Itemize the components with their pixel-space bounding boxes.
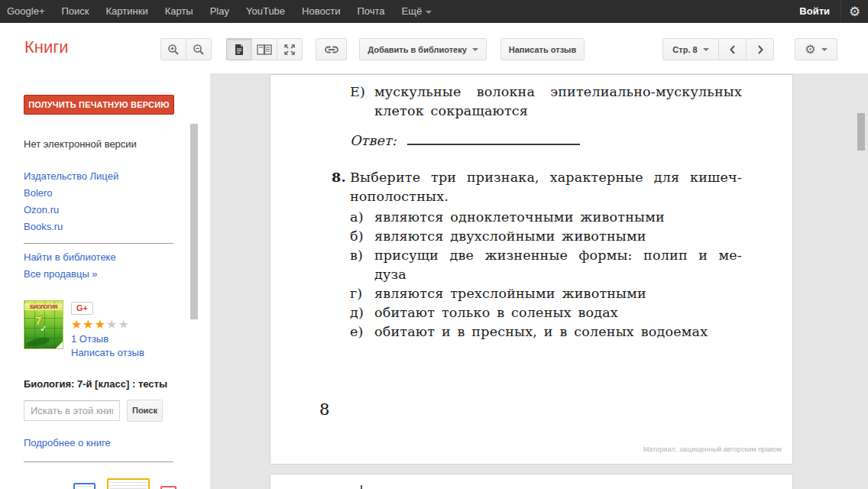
search-in-book-button[interactable]: Поиск [127,400,163,422]
cover-subtitle: ТЕСТЫ [27,310,61,314]
next-page-button[interactable] [746,38,774,60]
option-marker: в) [350,246,374,284]
top-nav: Google+ Поиск Картинки Карты Play YouTub… [0,0,440,23]
gear-icon: ⚙ [849,5,860,18]
cover-page-fold [56,342,63,348]
option-marker: б) [350,227,374,246]
seller-links: Издательство Лицей Bolero Ozon.ru Books.… [24,169,210,234]
single-page-view-button[interactable] [226,38,252,60]
option-line: являются двухслойными животными [374,227,742,246]
star-icon: ★ [118,318,129,331]
about-book-link[interactable]: Подробнее о книге [24,437,210,449]
option-line: дуза [374,265,742,284]
option-marker: Е) [350,83,374,121]
review-count-link[interactable]: 1 Отзыв [71,333,144,345]
viewer-settings-dropdown[interactable]: ⚙ [795,38,837,60]
find-in-library-link[interactable]: Найти в библиотеке [24,251,210,264]
question-line: Выберите три признака, характерные для к… [350,168,742,187]
nav-more-menu[interactable]: Ещё [394,0,441,23]
viewer-scrollbar[interactable] [857,113,865,151]
add-to-library-button[interactable]: Добавить в библиотеку [359,38,487,60]
nav-search[interactable]: Поиск [53,0,98,23]
two-page-view-button[interactable] [251,38,277,60]
chevron-down-icon [821,48,828,51]
option-marker: г) [350,284,374,303]
nav-youtube[interactable]: YouTube [238,0,293,23]
option-marker: д) [350,303,374,322]
no-ebook-label: Нет электронной версии [24,138,210,150]
desktop-monitor-icon [107,478,150,489]
answer-option-b: б) являются двухслойными животными [350,227,742,246]
seller-link-books-ru[interactable]: Books.ru [24,219,210,234]
sidebar-divider [24,243,173,244]
sidebar-scrollbar[interactable] [190,124,198,319]
nav-mail[interactable]: Почта [348,0,393,23]
google-plus-badge[interactable]: G+ [71,302,93,315]
cover-title: БИОЛОГИЯ [24,303,63,310]
chevron-left-icon [728,44,737,55]
next-page-text-fragment [361,485,362,489]
page-select-dropdown[interactable]: Стр. 8 [662,38,719,60]
books-logo[interactable]: Книги [24,37,69,57]
all-sellers-link[interactable]: Все продавцы » [24,268,210,280]
seller-link-bolero[interactable]: Bolero [24,186,210,200]
book-info-sidebar: ПОЛУЧИТЬ ПЕЧАТНУЮ ВЕРСИЮ Нет электронной… [0,73,210,489]
option-line: являются одноклеточными животными [374,208,742,227]
page-select-label: Стр. 8 [672,45,697,54]
seller-link-ozon[interactable]: Ozon.ru [24,202,210,217]
nav-news[interactable]: Новости [293,0,348,23]
gear-icon: ⚙ [805,42,815,57]
nav-play[interactable]: Play [202,0,238,23]
answer-option-v: в) присущи две жизненные формы: полип и … [350,246,742,284]
star-icon: ★ [83,318,94,331]
checkmark-icon: ✓ [40,323,47,334]
option-line: присущи две жизненные формы: полип и ме- [374,246,742,265]
zoom-in-icon [167,44,180,56]
nav-maps[interactable]: Карты [157,0,202,23]
zoom-in-button[interactable] [160,38,186,60]
question-8-options: а) являются одноклеточными животными б) … [350,208,742,342]
nav-google-plus[interactable]: Google+ [0,0,53,23]
search-in-book-input[interactable] [24,400,120,421]
google-top-bar: Google+ Поиск Картинки Карты Play YouTub… [0,0,868,23]
option-marker: е) [350,322,374,342]
page-navigation: Стр. 8 [662,38,774,60]
write-review-button[interactable]: Написать отзыв [500,38,585,60]
book-page: Е) мускульные волокна эпителиально-муску… [270,74,793,465]
fullscreen-button[interactable] [277,38,303,60]
sidebar-divider [24,461,173,462]
star-icon: ★ [95,318,106,331]
tablet-icon [73,483,96,489]
topbar-settings-button[interactable]: ⚙ [840,0,868,23]
rating-stars[interactable]: ★★★★★ [71,318,144,332]
option-line: являются трехслойными животными [374,284,742,303]
copyright-notice: Материал, защищенный авторским правом [643,445,782,453]
zoom-out-button[interactable] [186,38,212,60]
option-line: обитают и в пресных, и в соленых водоема… [374,322,742,342]
question-number: 8. [332,168,346,187]
seller-link-publisher[interactable]: Издательство Лицей [24,169,210,183]
chevron-right-icon [756,44,765,55]
get-print-version-button[interactable]: ПОЛУЧИТЬ ПЕЧАТНУЮ ВЕРСИЮ [24,95,174,115]
book-cover-thumbnail[interactable]: БИОЛОГИЯ ТЕСТЫ 7 ✓ [24,300,63,349]
sign-in-button[interactable]: Войти [789,0,840,23]
question-8: 8. Выберите три признака, характерные дл… [350,168,742,206]
write-review-label: Написать отзыв [509,45,577,54]
next-book-page [270,474,793,489]
fullscreen-icon [283,43,296,57]
share-link-button[interactable] [316,38,347,60]
chevron-down-icon [703,48,709,51]
nav-images[interactable]: Картинки [98,0,157,23]
answer-option-E: Е) мускульные волокна эпителиально-муску… [350,83,742,121]
zoom-out-icon [193,44,205,56]
option-line: клеток сокращаются [374,102,742,121]
star-icon: ★ [106,318,118,331]
book-page-viewer[interactable]: Е) мускульные волокна эпителиально-муску… [210,73,868,489]
answer-option-g: г) являются трехслойными животными [350,284,742,303]
previous-page-button[interactable] [718,38,747,60]
books-header: Книги Добавить в библиотеку Написать отз… [0,23,868,73]
option-line: мускульные волокна эпителиально-мускульн… [374,83,742,102]
view-mode-controls [226,38,303,60]
write-review-link[interactable]: Написать отзыв [71,347,144,359]
two-page-icon [257,44,272,56]
